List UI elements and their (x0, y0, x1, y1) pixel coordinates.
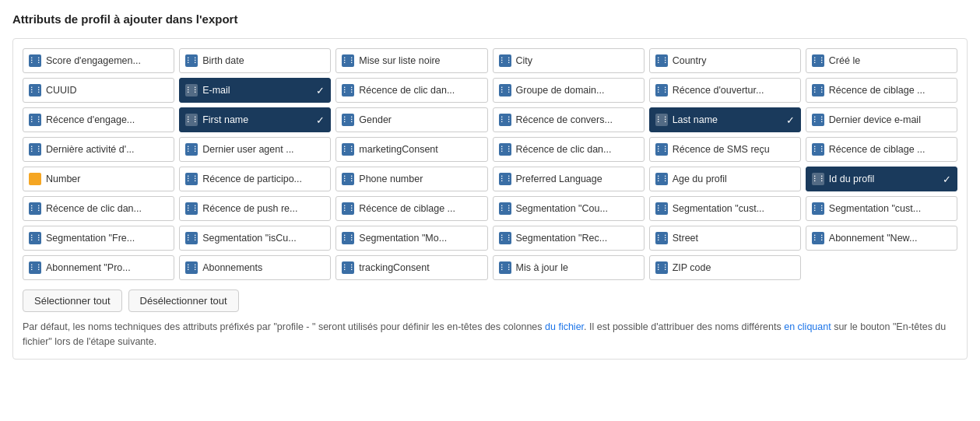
attribute-label: Number (46, 174, 168, 184)
attribute-item[interactable]: ⋮⋮Last name✓ (649, 107, 801, 132)
attribute-item[interactable]: ⋮⋮Abonnement "Pro... (23, 255, 174, 280)
attribute-item[interactable]: ⋮⋮Number (23, 167, 174, 191)
attribute-label: Segmentation "cust... (673, 203, 795, 214)
attribute-label: Mise sur liste noire (359, 55, 481, 66)
deselect-all-button[interactable]: Désélectionner tout (128, 289, 239, 312)
attribute-label: Segmentation "Mo... (359, 233, 481, 244)
attribute-label: Récence de clic dan... (46, 203, 168, 214)
drag-icon: ⋮⋮ (655, 143, 668, 156)
attribute-item[interactable]: ⋮⋮Récence de clic dan... (493, 137, 645, 162)
attribute-label: Dernier user agent ... (202, 144, 325, 155)
attribute-label: Segmentation "Cou... (516, 203, 638, 214)
actions-row: Sélectionner tout Désélectionner tout (23, 289, 957, 312)
attribute-item[interactable]: ⋮⋮marketingConsent (335, 137, 487, 162)
drag-icon: ⋮⋮ (185, 54, 198, 67)
attribute-item[interactable]: ⋮⋮Récence d'engage... (23, 107, 174, 132)
attribute-item[interactable]: ⋮⋮Récence de ciblage ... (806, 78, 957, 103)
attribute-label: Groupe de domain... (516, 85, 638, 96)
select-all-button[interactable]: Sélectionner tout (23, 289, 122, 312)
attribute-item[interactable]: ⋮⋮trackingConsent (335, 255, 487, 280)
drag-icon: ⋮⋮ (29, 54, 41, 67)
drag-icon: ⋮⋮ (655, 54, 668, 67)
attribute-item[interactable]: ⋮⋮Preferred Language (493, 167, 645, 191)
attribute-item[interactable]: ⋮⋮Récence d'ouvertur... (649, 78, 801, 103)
attribute-item[interactable]: ⋮⋮Récence de ciblage ... (335, 196, 487, 221)
attribute-label: Récence de participo... (202, 174, 325, 184)
drag-icon: ⋮⋮ (499, 202, 511, 215)
drag-icon: ⋮⋮ (499, 261, 511, 274)
attribute-item[interactable]: ⋮⋮Id du profil✓ (806, 167, 957, 191)
attribute-item[interactable]: ⋮⋮Créé le (806, 48, 957, 73)
attribute-label: Récence de ciblage ... (829, 85, 951, 96)
drag-icon: ⋮⋮ (342, 173, 354, 185)
attribute-item[interactable]: ⋮⋮CUUID (23, 78, 174, 103)
attribute-label: marketingConsent (359, 144, 481, 155)
attribute-item[interactable]: ⋮⋮Dernière activité d'... (23, 137, 174, 162)
attribute-item[interactable]: ⋮⋮Mise sur liste noire (335, 48, 487, 73)
attribute-label: ZIP code (673, 262, 795, 273)
attribute-label: Récence de push re... (202, 203, 325, 214)
attribute-item[interactable]: ⋮⋮Phone number (335, 167, 487, 191)
attribute-label: Récence de clic dan... (359, 85, 481, 96)
attribute-item[interactable]: ⋮⋮Age du profil (649, 167, 801, 191)
attribute-item[interactable]: ⋮⋮Récence de convers... (493, 107, 645, 132)
attribute-label: Créé le (829, 55, 951, 66)
attribute-label: Segmentation "isCu... (202, 233, 325, 244)
drag-icon: ⋮⋮ (812, 173, 824, 185)
attribute-item[interactable]: ⋮⋮Récence de clic dan... (23, 196, 174, 221)
attribute-item[interactable]: ⋮⋮Street (649, 226, 801, 251)
attribute-item[interactable]: ⋮⋮Récence de SMS reçu (649, 137, 801, 162)
attribute-item[interactable]: ⋮⋮Country (649, 48, 801, 73)
attribute-item[interactable]: ⋮⋮ZIP code (649, 255, 801, 280)
drag-icon: ⋮⋮ (655, 232, 668, 244)
drag-icon: ⋮⋮ (185, 202, 198, 215)
attribute-item[interactable]: ⋮⋮First name✓ (179, 107, 331, 132)
attribute-item[interactable]: ⋮⋮Segmentation "cust... (649, 196, 801, 221)
attribute-item[interactable]: ⋮⋮Segmentation "Cou... (493, 196, 645, 221)
drag-icon: ⋮⋮ (185, 232, 198, 244)
drag-icon: ⋮⋮ (185, 261, 198, 274)
attribute-item[interactable]: ⋮⋮Gender (335, 107, 487, 132)
drag-icon: ⋮⋮ (812, 54, 824, 67)
attribute-label: Preferred Language (516, 174, 638, 184)
attribute-item[interactable]: ⋮⋮Mis à jour le (493, 255, 645, 280)
attribute-item[interactable]: ⋮⋮City (493, 48, 645, 73)
attribute-label: Country (673, 55, 795, 66)
drag-icon: ⋮⋮ (29, 114, 41, 126)
attribute-item[interactable]: ⋮⋮Birth date (179, 48, 331, 73)
attribute-item[interactable]: ⋮⋮Segmentation "Mo... (335, 226, 487, 251)
attribute-item[interactable]: ⋮⋮Segmentation "isCu... (179, 226, 331, 251)
attribute-item[interactable]: ⋮⋮Segmentation "Fre... (23, 226, 174, 251)
attribute-label: Birth date (202, 55, 325, 66)
attribute-label: Récence de ciblage ... (829, 144, 951, 155)
attribute-label: Dernière activité d'... (46, 144, 168, 155)
drag-icon: ⋮⋮ (342, 202, 354, 215)
drag-icon: ⋮⋮ (812, 202, 824, 215)
attribute-label: Dernier device e-mail (829, 114, 951, 125)
drag-icon: ⋮⋮ (342, 114, 354, 126)
attribute-item[interactable]: ⋮⋮Segmentation "Rec... (493, 226, 645, 251)
attribute-item[interactable]: ⋮⋮Récence de ciblage ... (806, 137, 957, 162)
drag-icon: ⋮⋮ (185, 84, 198, 96)
attribute-item[interactable]: ⋮⋮Récence de participo... (179, 167, 331, 191)
drag-icon: ⋮⋮ (185, 173, 198, 185)
attribute-label: Segmentation "cust... (829, 203, 951, 214)
drag-icon: ⋮⋮ (29, 261, 41, 274)
attribute-item[interactable]: ⋮⋮Abonnements (179, 255, 331, 280)
attribute-label: Segmentation "Fre... (46, 233, 168, 244)
attribute-item[interactable]: ⋮⋮Dernier device e-mail (806, 107, 957, 132)
attribute-item[interactable]: ⋮⋮Segmentation "cust... (806, 196, 957, 221)
attribute-item[interactable]: ⋮⋮Abonnement "New... (806, 226, 957, 251)
attribute-item[interactable]: ⋮⋮Groupe de domain... (493, 78, 645, 103)
attribute-item[interactable]: ⋮⋮Récence de push re... (179, 196, 331, 221)
attribute-item[interactable]: ⋮⋮Score d'engagemen... (23, 48, 174, 73)
checkmark-icon: ✓ (316, 114, 325, 126)
attribute-item[interactable]: ⋮⋮E-mail✓ (179, 78, 331, 103)
drag-icon: ⋮⋮ (29, 202, 41, 215)
drag-icon: ⋮⋮ (499, 232, 511, 244)
attribute-item[interactable]: ⋮⋮Dernier user agent ... (179, 137, 331, 162)
attribute-label: Récence de SMS reçu (673, 144, 795, 155)
drag-icon: ⋮⋮ (655, 202, 668, 215)
attribute-label: Id du profil (829, 174, 936, 184)
attribute-item[interactable]: ⋮⋮Récence de clic dan... (335, 78, 487, 103)
